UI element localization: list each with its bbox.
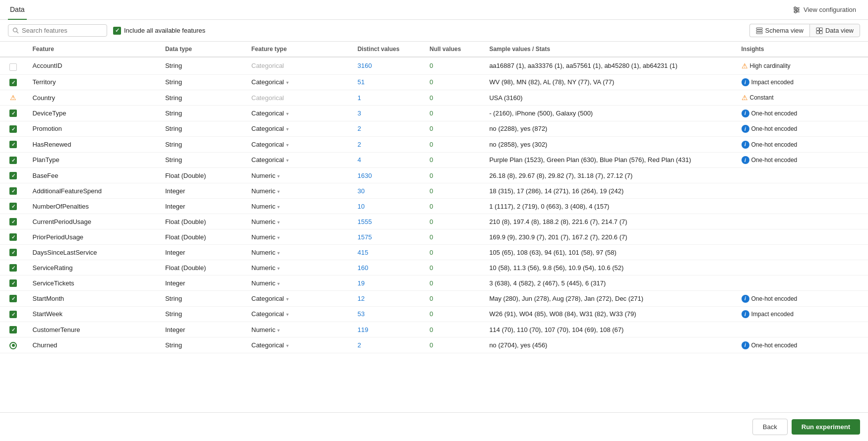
- row-checkbox[interactable]: [9, 233, 17, 241]
- cell-featuretype: Categorical▾: [246, 106, 352, 121]
- row-checkbox[interactable]: [9, 264, 17, 272]
- cell-check: [0, 137, 26, 153]
- row-checkbox[interactable]: [9, 326, 17, 333]
- view-config-button[interactable]: View configuration: [789, 4, 860, 16]
- cell-insights: iOne-hot encoded: [736, 106, 868, 121]
- include-all-checkbox[interactable]: [113, 27, 121, 35]
- col-header-check: [0, 42, 26, 57]
- row-checkbox[interactable]: [9, 187, 17, 195]
- dropdown-arrow[interactable]: ▾: [286, 126, 289, 132]
- insight-label: One-hot encoded: [751, 157, 798, 164]
- cell-featuretype: Numeric▾: [246, 229, 352, 245]
- col-header-datatype: Data type: [159, 42, 246, 57]
- svg-rect-9: [756, 30, 762, 31]
- cell-null: 0: [424, 183, 483, 199]
- dropdown-arrow[interactable]: ▾: [277, 281, 280, 286]
- cell-null: 0: [424, 276, 483, 291]
- cell-featuretype: Numeric▾: [246, 322, 352, 337]
- search-input[interactable]: [22, 27, 103, 34]
- cell-feature: PlanType: [26, 152, 159, 168]
- cell-check: [0, 260, 26, 276]
- dropdown-arrow[interactable]: ▾: [286, 158, 289, 163]
- warning-icon: ⚠: [10, 94, 16, 102]
- insight-label: One-hot encoded: [751, 110, 798, 117]
- dropdown-arrow[interactable]: ▾: [286, 296, 289, 302]
- row-checkbox[interactable]: [9, 79, 17, 86]
- table-row: NumberOfPenalties Integer Numeric▾ 10 0 …: [0, 199, 868, 214]
- data-view-button[interactable]: Data view: [809, 24, 860, 37]
- dropdown-arrow[interactable]: ▾: [286, 312, 289, 317]
- row-checkbox[interactable]: [9, 295, 17, 302]
- row-checkbox[interactable]: [9, 311, 17, 318]
- cell-featuretype: Categorical▾: [246, 291, 352, 307]
- insight-badge: iOne-hot encoded: [742, 125, 798, 133]
- cell-sample: 210 (8), 197.4 (8), 188.2 (8), 221.6 (7)…: [483, 214, 735, 229]
- include-all-label: Include all available features: [124, 27, 205, 34]
- dropdown-arrow[interactable]: ▾: [277, 250, 280, 256]
- cell-datatype: String: [159, 137, 246, 153]
- row-checkbox[interactable]: [9, 249, 17, 256]
- row-checkbox[interactable]: [9, 172, 17, 179]
- row-checkbox[interactable]: [9, 203, 17, 210]
- cell-null: 0: [424, 306, 483, 322]
- dropdown-arrow[interactable]: ▾: [277, 204, 280, 210]
- dropdown-arrow[interactable]: ▾: [286, 142, 289, 148]
- cell-sample: Purple Plan (1523), Green Plan (630), Bl…: [483, 152, 735, 168]
- cell-feature: ServiceRating: [26, 260, 159, 276]
- insight-badge: iOne-hot encoded: [742, 341, 798, 349]
- features-table: Feature Data type Feature type Distinct …: [0, 42, 868, 353]
- cell-datatype: String: [159, 121, 246, 137]
- svg-rect-13: [816, 31, 819, 34]
- svg-point-3: [794, 7, 796, 9]
- row-checkbox[interactable]: [9, 63, 17, 71]
- cell-distinct: 4: [352, 152, 424, 168]
- dropdown-arrow[interactable]: ▾: [277, 220, 280, 225]
- table-row: Promotion String Categorical▾ 2 0 no (22…: [0, 121, 868, 137]
- insight-info-icon: i: [742, 125, 749, 133]
- dropdown-arrow[interactable]: ▾: [277, 173, 280, 179]
- cell-check: [0, 306, 26, 322]
- cell-check: [0, 276, 26, 291]
- row-checkbox[interactable]: [9, 157, 17, 164]
- include-all-features[interactable]: Include all available features: [113, 27, 205, 35]
- cell-check: [0, 57, 26, 74]
- insight-badge: iImpact encoded: [742, 78, 794, 86]
- insight-label: One-hot encoded: [751, 141, 798, 148]
- cell-feature: Promotion: [26, 121, 159, 137]
- row-checkbox[interactable]: [9, 110, 17, 117]
- cell-feature: DeviceType: [26, 106, 159, 121]
- svg-rect-11: [816, 28, 819, 31]
- cell-sample: no (2704), yes (456): [483, 337, 735, 353]
- cell-feature: PriorPeriodUsage: [26, 229, 159, 245]
- row-checkbox[interactable]: [9, 279, 17, 287]
- schema-view-button[interactable]: Schema view: [749, 24, 809, 37]
- cell-check: [0, 229, 26, 245]
- dropdown-arrow[interactable]: ▾: [286, 343, 289, 348]
- dropdown-arrow[interactable]: ▾: [277, 328, 280, 333]
- tab-data[interactable]: Data: [8, 0, 27, 20]
- cell-datatype: Integer: [159, 199, 246, 214]
- cell-sample: 3 (638), 4 (582), 2 (467), 5 (445), 6 (3…: [483, 276, 735, 291]
- cell-distinct: 160: [352, 260, 424, 276]
- dropdown-arrow[interactable]: ▾: [277, 235, 280, 240]
- target-checkbox[interactable]: [9, 342, 17, 349]
- cell-insights: [736, 168, 868, 183]
- dropdown-arrow[interactable]: ▾: [286, 111, 289, 116]
- cell-datatype: String: [159, 106, 246, 121]
- table-row: ⚠ Country String Categorical 1 0 USA (31…: [0, 90, 868, 106]
- row-checkbox[interactable]: [9, 141, 17, 148]
- dropdown-arrow[interactable]: ▾: [277, 189, 280, 194]
- insight-info-icon: i: [742, 310, 749, 318]
- cell-feature: HasRenewed: [26, 137, 159, 153]
- cell-check: [0, 74, 26, 90]
- dropdown-arrow[interactable]: ▾: [286, 80, 289, 85]
- cell-sample: USA (3160): [483, 90, 735, 106]
- search-box[interactable]: [8, 24, 107, 37]
- cell-check: [0, 337, 26, 353]
- row-checkbox[interactable]: [9, 218, 17, 225]
- cell-distinct: 19: [352, 276, 424, 291]
- dropdown-arrow[interactable]: ▾: [277, 266, 280, 271]
- cell-distinct: 2: [352, 137, 424, 153]
- cell-null: 0: [424, 214, 483, 229]
- row-checkbox[interactable]: [9, 125, 17, 133]
